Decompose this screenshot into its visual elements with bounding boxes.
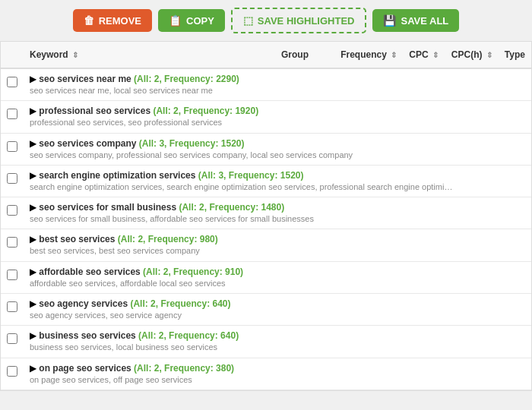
- row-checkbox[interactable]: [7, 270, 17, 280]
- row-checkbox-cell: [1, 326, 24, 358]
- keyword-bold-text: best seo services: [39, 234, 117, 244]
- keyword-bold-text: seo services company: [39, 138, 138, 149]
- header-cpc[interactable]: CPC ⇕: [403, 42, 445, 68]
- row-checkbox[interactable]: [7, 141, 17, 152]
- keyword-bold-text: on page seo services: [39, 363, 134, 374]
- save-highlighted-label: SAVE HIGHLIGHTED: [258, 15, 355, 27]
- row-checkbox[interactable]: [7, 301, 17, 312]
- row-checkbox[interactable]: [7, 333, 17, 344]
- keyword-cell: ▶ professional seo services (All: 2, Fre…: [24, 101, 531, 133]
- save-highlighted-icon: ⬚: [243, 14, 253, 27]
- save-all-icon: 💾: [383, 14, 396, 27]
- header-frequency[interactable]: Frequency ⇕: [334, 42, 403, 68]
- keyword-table: Keyword ⇕ Group Frequency ⇕ CPC ⇕ CPC(h)…: [0, 41, 532, 391]
- keyword-main-line: ▶ seo agency services (All: 2, Frequency…: [30, 298, 525, 309]
- keyword-bold-text: affordable seo services: [39, 266, 143, 277]
- keyword-meta-text: (All: 2, Frequency: 2290): [134, 74, 239, 84]
- keyword-main-line: ▶ professional seo services (All: 2, Fre…: [30, 106, 525, 116]
- save-all-button[interactable]: 💾 SAVE ALL: [372, 9, 459, 32]
- save-highlighted-button[interactable]: ⬚ SAVE HIGHLIGHTED: [231, 8, 367, 33]
- table-row: ▶ on page seo services (All: 2, Frequenc…: [1, 358, 531, 390]
- cpc-sort-icon: ⇕: [432, 51, 439, 59]
- keyword-main-line: ▶ on page seo services (All: 2, Frequenc…: [30, 363, 525, 374]
- keyword-sub-text: professional seo services, seo professio…: [30, 117, 525, 128]
- keyword-bold-text: seo agency services: [39, 298, 130, 309]
- keyword-main-line: ▶ business seo services (All: 2, Frequen…: [30, 330, 525, 341]
- keyword-bold-text: seo services near me: [39, 74, 134, 84]
- keyword-meta-text: (All: 2, Frequency: 1920): [153, 106, 258, 116]
- copy-icon: 📋: [169, 14, 182, 27]
- row-checkbox[interactable]: [7, 205, 17, 216]
- expand-arrow-icon[interactable]: ▶: [30, 363, 39, 374]
- freq-sort-icon: ⇕: [391, 51, 397, 59]
- keyword-main-line: ▶ search engine optimization services (A…: [30, 170, 525, 181]
- table-row: ▶ search engine optimization services (A…: [1, 165, 531, 197]
- keyword-cell: ▶ seo agency services (All: 2, Frequency…: [24, 294, 531, 326]
- header-checkbox-col: [1, 42, 24, 68]
- keyword-bold-text: seo services for small business: [39, 202, 179, 213]
- keyword-meta-text: (All: 2, Frequency: 640): [138, 330, 239, 341]
- row-checkbox-cell: [1, 229, 24, 261]
- keyword-meta-text: (All: 3, Frequency: 1520): [198, 170, 304, 181]
- expand-arrow-icon[interactable]: ▶: [30, 234, 39, 244]
- row-checkbox-cell: [1, 294, 24, 326]
- expand-arrow-icon[interactable]: ▶: [30, 170, 39, 181]
- keyword-cell: ▶ business seo services (All: 2, Frequen…: [24, 326, 531, 358]
- row-checkbox-cell: [1, 261, 24, 293]
- keyword-meta-text: (All: 2, Frequency: 980): [118, 234, 218, 244]
- keyword-cell: ▶ affordable seo services (All: 2, Frequ…: [24, 261, 531, 293]
- table-row: ▶ seo services for small business (All: …: [1, 197, 531, 229]
- keyword-sub-text: search engine optimization services, sea…: [30, 181, 525, 192]
- row-checkbox-cell: [1, 165, 24, 197]
- remove-label: REMOVE: [99, 15, 141, 27]
- toolbar: 🗑 REMOVE 📋 COPY ⬚ SAVE HIGHLIGHTED 💾 SAV…: [0, 0, 532, 41]
- row-checkbox-cell: [1, 133, 24, 165]
- keyword-bold-text: search engine optimization services: [39, 170, 198, 181]
- keyword-cell: ▶ on page seo services (All: 2, Frequenc…: [24, 358, 531, 390]
- expand-arrow-icon[interactable]: ▶: [30, 138, 39, 149]
- header-cpch[interactable]: CPC(h) ⇕: [445, 42, 499, 68]
- keyword-sub-text: seo services company, professional seo s…: [30, 150, 525, 160]
- save-all-label: SAVE ALL: [401, 15, 448, 27]
- table-header-row: Keyword ⇕ Group Frequency ⇕ CPC ⇕ CPC(h)…: [1, 42, 531, 68]
- keyword-sort-icon: ⇕: [72, 51, 78, 59]
- row-checkbox[interactable]: [7, 173, 17, 184]
- row-checkbox-cell: [1, 358, 24, 390]
- keyword-cell: ▶ seo services company (All: 3, Frequenc…: [24, 133, 531, 165]
- keyword-cell: ▶ search engine optimization services (A…: [24, 165, 531, 197]
- keyword-meta-text: (All: 2, Frequency: 910): [143, 266, 243, 277]
- expand-arrow-icon[interactable]: ▶: [30, 298, 39, 309]
- keyword-main-line: ▶ affordable seo services (All: 2, Frequ…: [30, 266, 525, 277]
- row-checkbox[interactable]: [7, 77, 17, 87]
- row-checkbox[interactable]: [7, 109, 17, 119]
- keyword-cell: ▶ seo services for small business (All: …: [24, 197, 531, 229]
- keyword-sub-text: business seo services, local business se…: [30, 342, 525, 352]
- copy-label: COPY: [186, 15, 214, 27]
- keyword-cell: ▶ seo services near me (All: 2, Frequenc…: [24, 68, 531, 101]
- keyword-bold-text: business seo services: [39, 330, 138, 341]
- remove-button[interactable]: 🗑 REMOVE: [73, 9, 152, 32]
- keyword-meta-text: (All: 2, Frequency: 1480): [179, 202, 284, 213]
- row-checkbox-cell: [1, 101, 24, 133]
- keyword-sub-text: seo services near me, local seo services…: [30, 85, 525, 96]
- expand-arrow-icon[interactable]: ▶: [30, 330, 39, 341]
- expand-arrow-icon[interactable]: ▶: [30, 106, 39, 116]
- row-checkbox[interactable]: [7, 237, 17, 248]
- expand-arrow-icon[interactable]: ▶: [30, 266, 39, 277]
- table-row: ▶ professional seo services (All: 2, Fre…: [1, 101, 531, 133]
- header-keyword[interactable]: Keyword ⇕: [24, 42, 275, 68]
- cpch-sort-icon: ⇕: [486, 51, 492, 59]
- copy-button[interactable]: 📋 COPY: [158, 9, 225, 32]
- keyword-main-line: ▶ seo services company (All: 3, Frequenc…: [30, 138, 525, 149]
- keyword-cell: ▶ best seo services (All: 2, Frequency: …: [24, 229, 531, 261]
- expand-arrow-icon[interactable]: ▶: [30, 202, 39, 213]
- row-checkbox[interactable]: [7, 366, 17, 377]
- keyword-sub-text: seo agency services, seo service agency: [30, 310, 525, 320]
- keyword-main-line: ▶ seo services for small business (All: …: [30, 202, 525, 213]
- table-row: ▶ business seo services (All: 2, Frequen…: [1, 326, 531, 358]
- table-row: ▶ seo services near me (All: 2, Frequenc…: [1, 68, 531, 101]
- keyword-meta-text: (All: 2, Frequency: 380): [134, 363, 234, 374]
- expand-arrow-icon[interactable]: ▶: [30, 74, 39, 84]
- table-row: ▶ best seo services (All: 2, Frequency: …: [1, 229, 531, 261]
- table-row: ▶ seo agency services (All: 2, Frequency…: [1, 294, 531, 326]
